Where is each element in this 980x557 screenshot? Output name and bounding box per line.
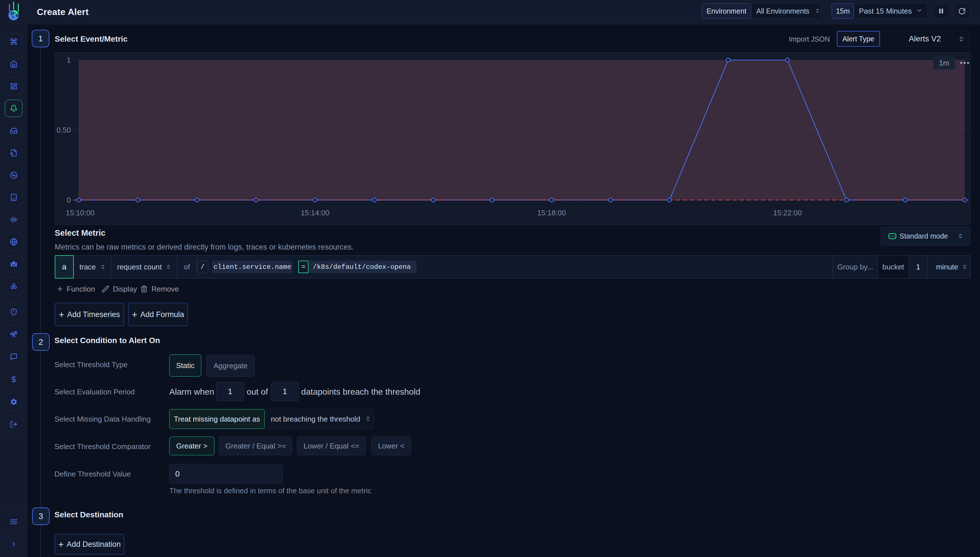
svg-text:0: 0: [67, 196, 71, 204]
svg-text:15:22:00: 15:22:00: [773, 208, 802, 217]
svg-text:15:14:00: 15:14:00: [301, 208, 329, 217]
svg-text:15:18:00: 15:18:00: [537, 208, 566, 217]
svg-text:15:10:00: 15:10:00: [66, 208, 95, 217]
svg-text:1m: 1m: [939, 59, 949, 67]
svg-text:1: 1: [67, 56, 71, 64]
svg-text:0.50: 0.50: [56, 126, 71, 134]
